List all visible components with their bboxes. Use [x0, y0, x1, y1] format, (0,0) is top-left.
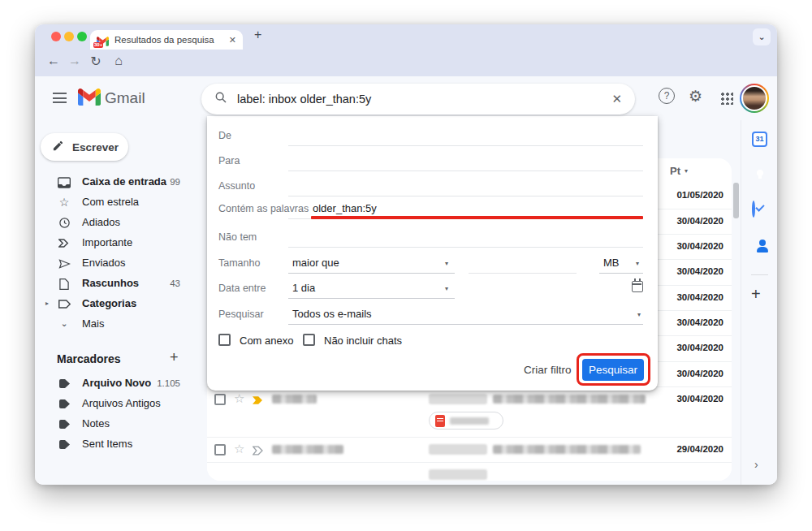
email-date: 30/04/2020 [650, 216, 723, 226]
sidebar-label-sent-items[interactable]: Sent Items [35, 434, 201, 454]
sidebar-item-categories[interactable]: ▸ Categorias [35, 293, 201, 313]
dropdown-caret-icon[interactable]: ▾ [636, 260, 639, 267]
dropdown-caret-icon[interactable]: ▾ [685, 167, 688, 175]
email-row-partial[interactable] [207, 463, 732, 481]
tab-close-icon[interactable]: ✕ [229, 35, 236, 45]
settings-gear-icon[interactable]: ⚙ [689, 87, 702, 106]
expand-arrow-icon[interactable]: ▸ [45, 300, 49, 307]
email-date: 30/04/2020 [650, 317, 723, 327]
clear-search-icon[interactable]: ✕ [611, 92, 622, 106]
date-range-select[interactable]: 1 dia [292, 282, 315, 294]
date-picker-icon[interactable] [632, 281, 643, 292]
field-label: De [218, 130, 231, 141]
label-tag-icon [57, 417, 71, 430]
sidebar-item-inbox[interactable]: Caixa de entrada 99 [35, 171, 201, 192]
exclude-chats-checkbox[interactable] [303, 334, 315, 346]
checkbox-label: Com anexo [240, 335, 293, 347]
row-star-icon[interactable]: ☆ [234, 442, 244, 456]
gmail-favicon-icon: 30+ [97, 35, 109, 45]
hide-side-panel-icon[interactable]: › [754, 458, 758, 471]
size-unit-select[interactable]: MB [603, 257, 620, 269]
field-label: Tamanho [218, 257, 260, 269]
field-from[interactable]: De [207, 127, 658, 146]
dropdown-caret-icon[interactable]: ▾ [445, 285, 448, 292]
back-button[interactable]: ← [45, 54, 63, 68]
close-window-button[interactable] [51, 32, 61, 41]
sidebar-item-starred[interactable]: ☆ Com estrela [35, 192, 201, 212]
unread-badge: 30+ [93, 42, 103, 48]
minimize-window-button[interactable] [64, 32, 74, 41]
row-checkbox[interactable] [214, 394, 226, 405]
label-tag-icon [57, 397, 71, 410]
dropdown-caret-icon[interactable]: ▾ [445, 260, 448, 267]
sidebar-item-snoozed[interactable]: Adiados [35, 212, 201, 232]
email-row[interactable]: ☆ 29/04/2020 [207, 438, 732, 463]
sidebar-item-important[interactable]: Importante [35, 232, 201, 253]
has-attachment-checkbox[interactable] [218, 334, 231, 346]
sidebar-label-arquivo-novo[interactable]: Arquivo Novo 1.105 [35, 373, 201, 393]
reload-button[interactable]: ↻ [87, 54, 105, 69]
list-scrollbar[interactable] [733, 183, 739, 218]
field-value[interactable]: older_than:5y [313, 202, 377, 214]
new-tab-button[interactable]: + [254, 28, 261, 42]
row-star-icon[interactable]: ☆ [234, 391, 244, 406]
importance-marker-icon [57, 236, 71, 249]
desktop: 30+ Resultados da pesquisa ✕ + ⌄ ← → ↻ ⌂… [0, 0, 812, 531]
main-menu-icon[interactable] [53, 93, 67, 103]
zoom-window-button[interactable] [77, 32, 87, 41]
sidebar-item-label: Rascunhos [82, 277, 170, 289]
account-avatar[interactable] [740, 84, 769, 113]
search-input[interactable]: label: inbox older_than:5y [237, 93, 611, 106]
field-subject[interactable]: Assunto [207, 177, 658, 196]
search-bar[interactable]: label: inbox older_than:5y ✕ [201, 84, 635, 114]
field-label: Data entre [218, 283, 266, 294]
field-label: Não tem [218, 231, 257, 243]
browser-tab[interactable]: 30+ Resultados da pesquisa ✕ [90, 30, 243, 50]
field-search-scope: Pesquisar Todos os e-mails ▾ [207, 305, 658, 325]
sidebar-item-label: Importante [82, 236, 201, 248]
select-underline [599, 273, 643, 274]
size-operator-select[interactable]: maior que [292, 257, 339, 269]
tasks-icon[interactable] [752, 201, 755, 218]
sidebar-item-more[interactable]: ⌄ Mais [35, 313, 201, 334]
email-date: 30/04/2020 [650, 241, 723, 251]
label-name: Arquivo Novo [82, 377, 157, 389]
get-addons-icon[interactable]: + [751, 285, 761, 304]
sidebar-label-arquivos-antigos[interactable]: Arquivos Antigos [35, 393, 201, 413]
scope-select[interactable]: Todos os e-mails [292, 308, 372, 320]
input-tools-icon[interactable]: Pt [670, 165, 680, 177]
create-label-icon[interactable]: + [170, 349, 179, 366]
forward-button[interactable]: → [66, 54, 84, 68]
sidebar-item-sent[interactable]: Enviados [35, 253, 201, 273]
size-input-underline[interactable] [469, 273, 577, 274]
pdf-icon [435, 415, 445, 427]
row-checkbox[interactable] [214, 444, 226, 455]
label-name: Sent Items [82, 438, 201, 450]
email-date: 30/04/2020 [650, 292, 723, 302]
create-filter-button[interactable]: Criar filtro [524, 364, 572, 376]
sidebar-item-drafts[interactable]: Rascunhos 43 [35, 273, 201, 293]
tab-overflow-icon[interactable]: ⌄ [753, 28, 771, 45]
compose-button[interactable]: Escrever [41, 133, 128, 161]
blurred-attachment-name [450, 417, 489, 425]
blurred-sender [272, 395, 317, 404]
field-underline [288, 196, 643, 196]
dropdown-caret-icon[interactable]: ▾ [637, 311, 641, 318]
attachment-chip[interactable] [429, 412, 503, 430]
field-underline [288, 247, 643, 248]
field-to[interactable]: Para [207, 152, 658, 171]
label-tag-icon [57, 377, 71, 390]
blurred-subject-chip [429, 394, 487, 404]
help-icon[interactable]: ? [659, 88, 675, 104]
email-date: 01/05/2020 [650, 190, 723, 200]
sidebar-item-label: Mais [82, 317, 201, 330]
field-doesnt-have[interactable]: Não tem [207, 228, 658, 248]
google-apps-icon[interactable] [719, 91, 733, 105]
browser-window: 30+ Resultados da pesquisa ✕ + ⌄ ← → ↻ ⌂… [35, 24, 777, 485]
calendar-icon[interactable]: 31 [752, 132, 767, 147]
home-button[interactable]: ⌂ [110, 54, 127, 68]
sidebar-label-notes[interactable]: Notes [35, 413, 201, 434]
blurred-sender [272, 445, 343, 454]
annotation-red-underline [311, 216, 643, 219]
email-row-with-attachment[interactable]: ☆ 30/04/2020 [207, 387, 732, 438]
